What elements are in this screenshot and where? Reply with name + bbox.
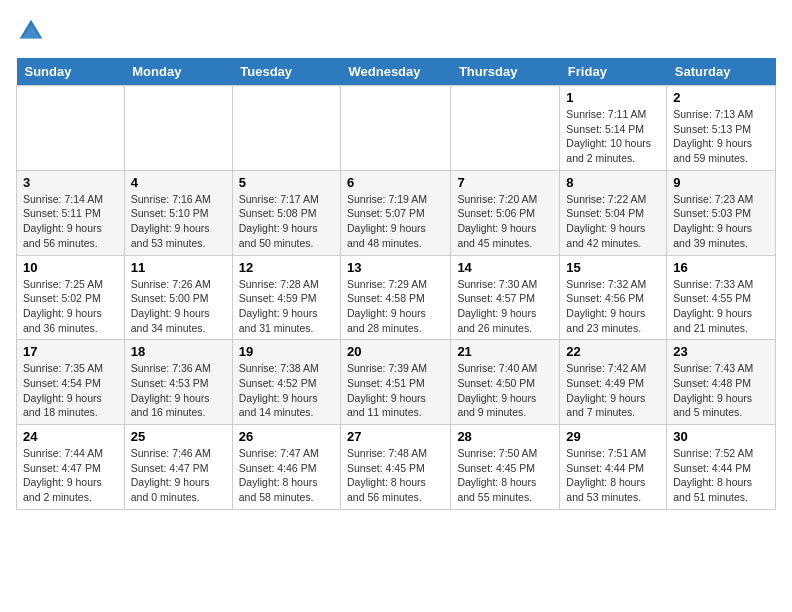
header <box>16 16 776 46</box>
header-thursday: Thursday <box>451 58 560 86</box>
calendar-cell: 21Sunrise: 7:40 AM Sunset: 4:50 PM Dayli… <box>451 340 560 425</box>
day-number: 21 <box>457 344 553 359</box>
day-info: Sunrise: 7:25 AM Sunset: 5:02 PM Dayligh… <box>23 278 103 334</box>
day-number: 5 <box>239 175 334 190</box>
calendar-cell <box>17 86 125 171</box>
day-number: 20 <box>347 344 444 359</box>
day-info: Sunrise: 7:16 AM Sunset: 5:10 PM Dayligh… <box>131 193 211 249</box>
header-monday: Monday <box>124 58 232 86</box>
logo <box>16 16 50 46</box>
day-info: Sunrise: 7:33 AM Sunset: 4:55 PM Dayligh… <box>673 278 753 334</box>
day-number: 11 <box>131 260 226 275</box>
header-tuesday: Tuesday <box>232 58 340 86</box>
day-number: 29 <box>566 429 660 444</box>
day-number: 28 <box>457 429 553 444</box>
calendar-cell: 8Sunrise: 7:22 AM Sunset: 5:04 PM Daylig… <box>560 170 667 255</box>
day-info: Sunrise: 7:17 AM Sunset: 5:08 PM Dayligh… <box>239 193 319 249</box>
day-number: 22 <box>566 344 660 359</box>
day-number: 8 <box>566 175 660 190</box>
day-info: Sunrise: 7:28 AM Sunset: 4:59 PM Dayligh… <box>239 278 319 334</box>
calendar-header-row: SundayMondayTuesdayWednesdayThursdayFrid… <box>17 58 776 86</box>
day-number: 15 <box>566 260 660 275</box>
calendar-week-3: 17Sunrise: 7:35 AM Sunset: 4:54 PM Dayli… <box>17 340 776 425</box>
calendar-cell: 2Sunrise: 7:13 AM Sunset: 5:13 PM Daylig… <box>667 86 776 171</box>
calendar-cell: 3Sunrise: 7:14 AM Sunset: 5:11 PM Daylig… <box>17 170 125 255</box>
calendar-cell: 1Sunrise: 7:11 AM Sunset: 5:14 PM Daylig… <box>560 86 667 171</box>
calendar-week-2: 10Sunrise: 7:25 AM Sunset: 5:02 PM Dayli… <box>17 255 776 340</box>
day-info: Sunrise: 7:22 AM Sunset: 5:04 PM Dayligh… <box>566 193 646 249</box>
day-number: 23 <box>673 344 769 359</box>
day-info: Sunrise: 7:14 AM Sunset: 5:11 PM Dayligh… <box>23 193 103 249</box>
day-number: 4 <box>131 175 226 190</box>
header-friday: Friday <box>560 58 667 86</box>
calendar-cell: 30Sunrise: 7:52 AM Sunset: 4:44 PM Dayli… <box>667 425 776 510</box>
day-number: 2 <box>673 90 769 105</box>
day-info: Sunrise: 7:38 AM Sunset: 4:52 PM Dayligh… <box>239 362 319 418</box>
calendar-cell: 7Sunrise: 7:20 AM Sunset: 5:06 PM Daylig… <box>451 170 560 255</box>
header-wednesday: Wednesday <box>341 58 451 86</box>
day-number: 18 <box>131 344 226 359</box>
calendar-cell <box>232 86 340 171</box>
header-sunday: Sunday <box>17 58 125 86</box>
calendar-cell: 14Sunrise: 7:30 AM Sunset: 4:57 PM Dayli… <box>451 255 560 340</box>
calendar-week-0: 1Sunrise: 7:11 AM Sunset: 5:14 PM Daylig… <box>17 86 776 171</box>
day-info: Sunrise: 7:39 AM Sunset: 4:51 PM Dayligh… <box>347 362 427 418</box>
calendar-cell: 26Sunrise: 7:47 AM Sunset: 4:46 PM Dayli… <box>232 425 340 510</box>
calendar-table: SundayMondayTuesdayWednesdayThursdayFrid… <box>16 58 776 510</box>
day-number: 14 <box>457 260 553 275</box>
day-info: Sunrise: 7:30 AM Sunset: 4:57 PM Dayligh… <box>457 278 537 334</box>
day-number: 6 <box>347 175 444 190</box>
day-info: Sunrise: 7:51 AM Sunset: 4:44 PM Dayligh… <box>566 447 646 503</box>
day-info: Sunrise: 7:42 AM Sunset: 4:49 PM Dayligh… <box>566 362 646 418</box>
day-number: 25 <box>131 429 226 444</box>
day-info: Sunrise: 7:43 AM Sunset: 4:48 PM Dayligh… <box>673 362 753 418</box>
day-number: 3 <box>23 175 118 190</box>
day-info: Sunrise: 7:20 AM Sunset: 5:06 PM Dayligh… <box>457 193 537 249</box>
day-number: 26 <box>239 429 334 444</box>
calendar-cell: 25Sunrise: 7:46 AM Sunset: 4:47 PM Dayli… <box>124 425 232 510</box>
calendar-cell: 19Sunrise: 7:38 AM Sunset: 4:52 PM Dayli… <box>232 340 340 425</box>
day-number: 24 <box>23 429 118 444</box>
calendar-cell: 20Sunrise: 7:39 AM Sunset: 4:51 PM Dayli… <box>341 340 451 425</box>
day-number: 16 <box>673 260 769 275</box>
day-number: 19 <box>239 344 334 359</box>
day-number: 12 <box>239 260 334 275</box>
day-info: Sunrise: 7:40 AM Sunset: 4:50 PM Dayligh… <box>457 362 537 418</box>
day-info: Sunrise: 7:13 AM Sunset: 5:13 PM Dayligh… <box>673 108 753 164</box>
day-info: Sunrise: 7:47 AM Sunset: 4:46 PM Dayligh… <box>239 447 319 503</box>
day-info: Sunrise: 7:52 AM Sunset: 4:44 PM Dayligh… <box>673 447 753 503</box>
day-info: Sunrise: 7:36 AM Sunset: 4:53 PM Dayligh… <box>131 362 211 418</box>
calendar-cell: 16Sunrise: 7:33 AM Sunset: 4:55 PM Dayli… <box>667 255 776 340</box>
day-number: 1 <box>566 90 660 105</box>
day-info: Sunrise: 7:44 AM Sunset: 4:47 PM Dayligh… <box>23 447 103 503</box>
day-info: Sunrise: 7:50 AM Sunset: 4:45 PM Dayligh… <box>457 447 537 503</box>
day-info: Sunrise: 7:29 AM Sunset: 4:58 PM Dayligh… <box>347 278 427 334</box>
day-number: 30 <box>673 429 769 444</box>
day-info: Sunrise: 7:46 AM Sunset: 4:47 PM Dayligh… <box>131 447 211 503</box>
calendar-cell: 12Sunrise: 7:28 AM Sunset: 4:59 PM Dayli… <box>232 255 340 340</box>
calendar-week-1: 3Sunrise: 7:14 AM Sunset: 5:11 PM Daylig… <box>17 170 776 255</box>
day-number: 7 <box>457 175 553 190</box>
calendar-cell: 24Sunrise: 7:44 AM Sunset: 4:47 PM Dayli… <box>17 425 125 510</box>
calendar-cell: 15Sunrise: 7:32 AM Sunset: 4:56 PM Dayli… <box>560 255 667 340</box>
day-info: Sunrise: 7:32 AM Sunset: 4:56 PM Dayligh… <box>566 278 646 334</box>
day-number: 10 <box>23 260 118 275</box>
header-saturday: Saturday <box>667 58 776 86</box>
calendar-cell: 6Sunrise: 7:19 AM Sunset: 5:07 PM Daylig… <box>341 170 451 255</box>
day-info: Sunrise: 7:23 AM Sunset: 5:03 PM Dayligh… <box>673 193 753 249</box>
day-info: Sunrise: 7:11 AM Sunset: 5:14 PM Dayligh… <box>566 108 651 164</box>
day-info: Sunrise: 7:48 AM Sunset: 4:45 PM Dayligh… <box>347 447 427 503</box>
calendar-cell: 10Sunrise: 7:25 AM Sunset: 5:02 PM Dayli… <box>17 255 125 340</box>
calendar-cell <box>341 86 451 171</box>
day-number: 13 <box>347 260 444 275</box>
calendar-cell <box>451 86 560 171</box>
day-info: Sunrise: 7:19 AM Sunset: 5:07 PM Dayligh… <box>347 193 427 249</box>
calendar-cell: 29Sunrise: 7:51 AM Sunset: 4:44 PM Dayli… <box>560 425 667 510</box>
calendar-cell: 11Sunrise: 7:26 AM Sunset: 5:00 PM Dayli… <box>124 255 232 340</box>
calendar-cell: 13Sunrise: 7:29 AM Sunset: 4:58 PM Dayli… <box>341 255 451 340</box>
calendar-cell: 18Sunrise: 7:36 AM Sunset: 4:53 PM Dayli… <box>124 340 232 425</box>
calendar-cell: 23Sunrise: 7:43 AM Sunset: 4:48 PM Dayli… <box>667 340 776 425</box>
calendar-cell: 27Sunrise: 7:48 AM Sunset: 4:45 PM Dayli… <box>341 425 451 510</box>
day-number: 17 <box>23 344 118 359</box>
day-info: Sunrise: 7:35 AM Sunset: 4:54 PM Dayligh… <box>23 362 103 418</box>
